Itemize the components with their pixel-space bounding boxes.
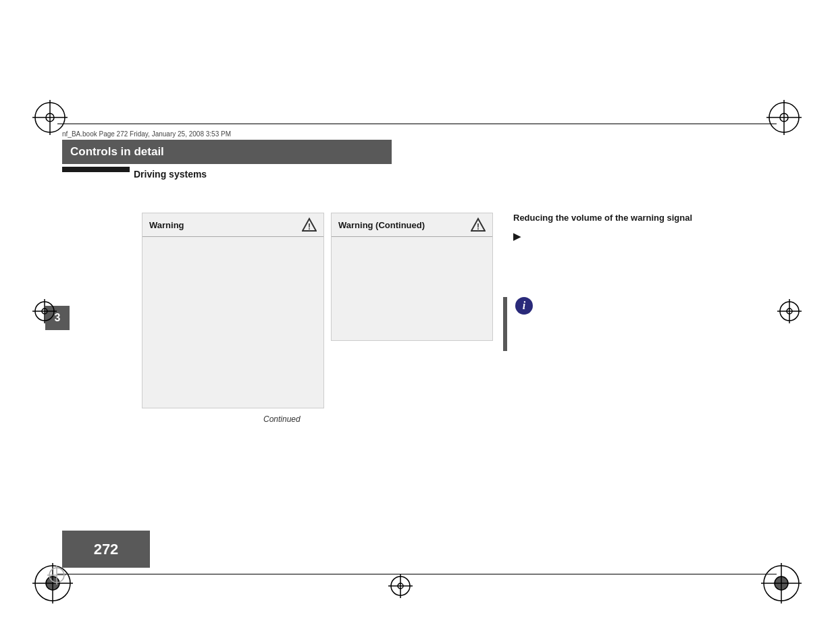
warning-triangle-right: ! xyxy=(471,217,486,232)
reg-mark-page-left xyxy=(47,566,66,585)
page-number-box: 272 xyxy=(62,531,150,568)
reg-mark-mid-left xyxy=(32,299,57,323)
subheader-title: Driving systems xyxy=(134,169,207,180)
right-section: Reducing the volume of the warning signa… xyxy=(513,213,750,247)
warning-header-right: Warning (Continued) ! xyxy=(332,213,492,237)
reg-mark-top-right xyxy=(766,100,802,135)
continued-text: Continued xyxy=(263,414,301,424)
warning-box-right: Warning (Continued) ! xyxy=(331,213,493,341)
subheader-bar xyxy=(62,167,130,172)
info-bar xyxy=(503,297,507,351)
reg-mark-top-left xyxy=(32,100,68,135)
file-info: nf_BA.book Page 272 Friday, January 25, … xyxy=(62,130,231,138)
info-icon: i xyxy=(515,297,533,315)
warning-label-left: Warning xyxy=(149,220,184,230)
svg-text:!: ! xyxy=(308,222,311,232)
section-heading: Reducing the volume of the warning signa… xyxy=(513,213,750,223)
warning-label-right: Warning (Continued) xyxy=(338,220,425,230)
svg-text:!: ! xyxy=(477,222,479,232)
page-number: 272 xyxy=(94,541,119,558)
warning-triangle-left: ! xyxy=(302,217,317,232)
top-border xyxy=(57,124,777,124)
reg-mark-mid-right xyxy=(777,299,802,323)
info-box: i xyxy=(503,297,533,351)
reg-mark-bottom-right xyxy=(761,563,802,603)
warning-box-left: Warning ! xyxy=(142,213,324,408)
header-bar: Controls in detail xyxy=(62,140,392,164)
arrow-bullet: ▶ xyxy=(513,231,750,242)
warning-header-left: Warning ! xyxy=(142,213,323,237)
bottom-border xyxy=(57,574,777,574)
header-title: Controls in detail xyxy=(70,145,164,158)
reg-mark-bottom-center xyxy=(388,574,413,598)
